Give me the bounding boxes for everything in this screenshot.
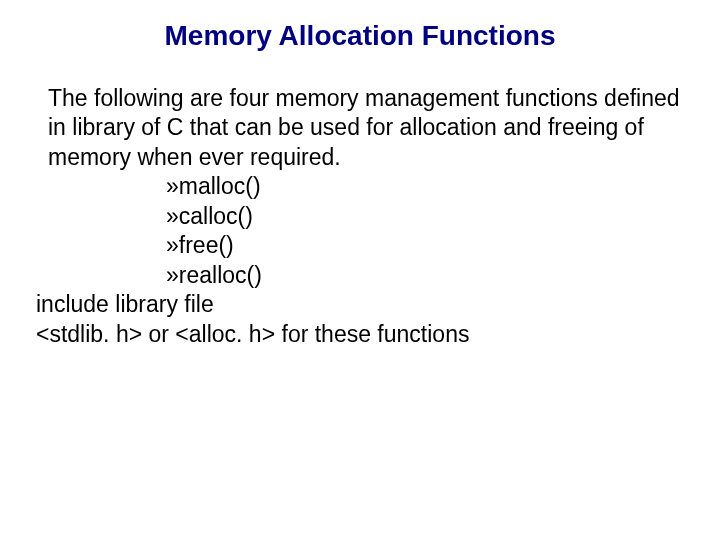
- function-name: free(): [179, 232, 234, 258]
- slide-title: Memory Allocation Functions: [0, 20, 720, 52]
- bullet-icon: »: [166, 262, 179, 288]
- list-item: »calloc(): [166, 202, 684, 231]
- intro-paragraph: The following are four memory management…: [36, 84, 684, 172]
- function-name: malloc(): [179, 173, 261, 199]
- bullet-icon: »: [166, 203, 179, 229]
- bullet-icon: »: [166, 173, 179, 199]
- function-list: »malloc() »calloc() »free() »realloc(): [36, 172, 684, 290]
- slide-body: The following are four memory management…: [36, 84, 684, 349]
- list-item: »realloc(): [166, 261, 684, 290]
- function-name: calloc(): [179, 203, 253, 229]
- list-item: »free(): [166, 231, 684, 260]
- closing-line-1: include library file: [36, 290, 684, 319]
- closing-line-2: <stdlib. h> or <alloc. h> for these func…: [36, 320, 684, 349]
- slide: Memory Allocation Functions The followin…: [0, 0, 720, 540]
- function-name: realloc(): [179, 262, 262, 288]
- list-item: »malloc(): [166, 172, 684, 201]
- bullet-icon: »: [166, 232, 179, 258]
